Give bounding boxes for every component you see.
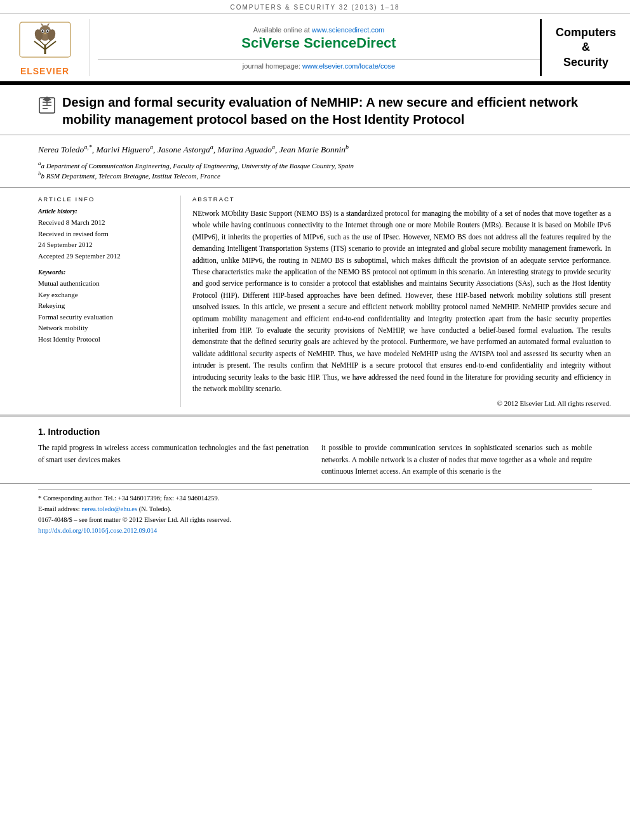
page-header: ELSEVIER Available online at www.science… bbox=[0, 14, 630, 83]
affiliation-b: bb RSM Department, Telecom Bretagne, Ins… bbox=[38, 170, 592, 180]
keyword-4: Formal security evaluation bbox=[38, 312, 173, 323]
sciverse-title: SciVerse ScienceDirect bbox=[241, 35, 396, 51]
footer-notes: * Corresponding author. Tel.: +34 946017… bbox=[0, 483, 630, 540]
authors-line: Nerea Toledoa,*, Marivi Higueroa, Jasone… bbox=[38, 142, 592, 156]
journal-citation: COMPUTERS & SECURITY 32 (2013) 1–18 bbox=[230, 4, 399, 11]
journal-homepage-link[interactable]: www.elsevier.com/locate/cose bbox=[302, 62, 395, 70]
author-email[interactable]: nerea.toledo@ehu.es bbox=[81, 505, 137, 512]
keyword-5: Network mobility bbox=[38, 323, 173, 334]
corresponding-author: * Corresponding author. Tel.: +34 946017… bbox=[38, 493, 592, 504]
svg-point-9 bbox=[41, 30, 43, 32]
received-date-1: Received 8 March 2012 bbox=[38, 217, 173, 228]
elsevier-logo: ELSEVIER bbox=[8, 19, 90, 76]
available-online-text: Available online at www.sciencedirect.co… bbox=[253, 26, 384, 34]
abstract-column: Abstract NEtwork MObility Basic Support … bbox=[181, 196, 630, 407]
intro-text-left: The rapid progress in wireless access co… bbox=[38, 442, 309, 465]
article-title: Design and formal security evaluation of… bbox=[62, 94, 592, 128]
email-line: E-mail address: nerea.toledo@ehu.es (N. … bbox=[38, 504, 592, 515]
journal-header-bar: COMPUTERS & SECURITY 32 (2013) 1–18 bbox=[0, 0, 630, 14]
svg-marker-14 bbox=[41, 23, 44, 26]
svg-line-2 bbox=[34, 41, 45, 50]
section-title: 1. Introduction bbox=[38, 427, 592, 437]
article-history: Article history: Received 8 March 2012 R… bbox=[38, 208, 173, 261]
keywords-label: Keywords: bbox=[38, 269, 173, 276]
keyword-6: Host Identity Protocol bbox=[38, 334, 173, 345]
article-info-abstract-section: Article info Article history: Received 8… bbox=[0, 188, 630, 415]
article-info-column: Article info Article history: Received 8… bbox=[0, 196, 181, 407]
article-info-label: Article info bbox=[38, 196, 173, 203]
article-icon bbox=[38, 97, 56, 117]
svg-line-3 bbox=[45, 41, 56, 50]
authors-section: Nerea Toledoa,*, Marivi Higueroa, Jasone… bbox=[0, 135, 630, 188]
elsevier-brand: ELSEVIER bbox=[20, 66, 69, 76]
sciencedirect-link[interactable]: www.sciencedirect.com bbox=[312, 26, 384, 34]
article-title-section: Design and formal security evaluation of… bbox=[0, 85, 630, 135]
keyword-3: Rekeying bbox=[38, 300, 173, 312]
abstract-text: NEtwork MObility Basic Support (NEMO BS)… bbox=[192, 208, 611, 394]
footer-divider bbox=[38, 489, 592, 490]
abstract-label: Abstract bbox=[192, 196, 611, 203]
received-revised-date: 24 September 2012 bbox=[38, 239, 173, 250]
intro-text-right: it possible to provide communication ser… bbox=[321, 442, 592, 477]
svg-marker-15 bbox=[46, 23, 50, 26]
intro-col-left: The rapid progress in wireless access co… bbox=[38, 442, 309, 477]
received-revised-label: Received in revised form bbox=[38, 229, 173, 239]
doi-link[interactable]: http://dx.doi.org/10.1016/j.cose.2012.09… bbox=[38, 527, 157, 534]
keywords-section: Keywords: Mutual authentication Key exch… bbox=[38, 269, 173, 345]
svg-point-10 bbox=[46, 30, 48, 32]
journal-name-right: Computers & Security bbox=[540, 19, 622, 76]
sciverse-center: Available online at www.sciencedirect.co… bbox=[98, 19, 540, 76]
affiliation-a: aa Department of Communication Engineeri… bbox=[38, 160, 592, 170]
introduction-section: 1. Introduction The rapid progress in wi… bbox=[0, 416, 630, 483]
accepted-date: Accepted 29 September 2012 bbox=[38, 251, 173, 262]
issn-line: 0167-4048/$ – see front matter © 2012 El… bbox=[38, 515, 592, 526]
copyright-notice: © 2012 Elsevier Ltd. All rights reserved… bbox=[192, 399, 611, 407]
email-person: (N. Toledo). bbox=[139, 505, 171, 512]
introduction-text: The rapid progress in wireless access co… bbox=[38, 442, 592, 477]
intro-col-right: it possible to provide communication ser… bbox=[321, 442, 592, 477]
svg-marker-20 bbox=[43, 97, 51, 102]
doi-line: http://dx.doi.org/10.1016/j.cose.2012.09… bbox=[38, 526, 592, 537]
history-label: Article history: bbox=[38, 208, 173, 215]
keyword-2: Key exchange bbox=[38, 290, 173, 301]
journal-homepage: journal homepage: www.elsevier.com/locat… bbox=[98, 59, 540, 70]
elsevier-owl-icon bbox=[17, 19, 74, 63]
keyword-1: Mutual authentication bbox=[38, 278, 173, 290]
